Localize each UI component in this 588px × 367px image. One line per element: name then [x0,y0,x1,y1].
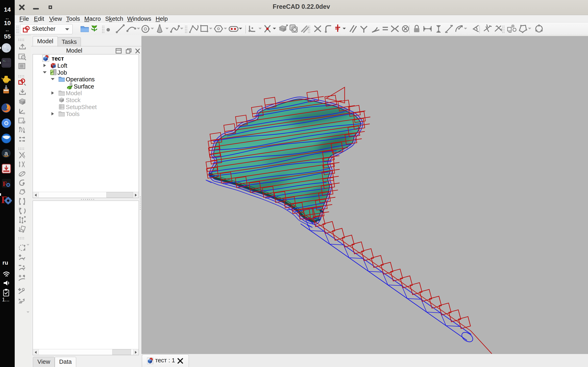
svg-text:a: a [4,150,8,157]
svg-text:Surface: Surface [74,83,94,90]
svg-text:тест: тест [52,55,64,62]
svg-text:1...: 1... [2,296,9,303]
svg-text:Operations: Operations [66,76,95,83]
svg-text:F: F [3,180,7,188]
svg-text:Loft: Loft [57,62,67,69]
svg-text:Job: Job [57,69,67,76]
svg-text:>_: >_ [3,60,6,62]
svg-text:SetupSheet: SetupSheet [66,104,97,110]
svg-text:Stock: Stock [66,97,81,103]
svg-text:Model: Model [66,90,82,96]
svg-text:Tools: Tools [66,111,80,117]
svg-text:ru: ru [2,259,8,266]
